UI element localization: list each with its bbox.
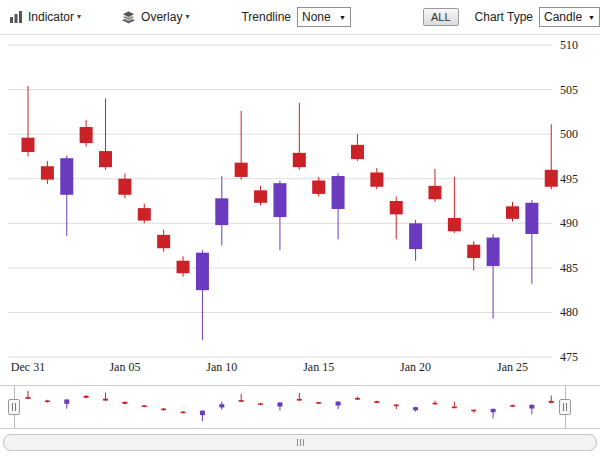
candle-body: [545, 170, 558, 187]
candle-body: [60, 158, 73, 195]
mini-candle-body: [471, 410, 476, 412]
mini-candle-body: [374, 401, 379, 403]
candle-body: [157, 235, 170, 248]
mini-candle-body: [336, 402, 341, 406]
mini-candle-body: [549, 401, 554, 403]
x-axis-label: Dec 31: [11, 360, 45, 374]
candle-body: [351, 145, 364, 159]
mini-candle-body: [64, 400, 69, 404]
x-axis-label: Jan 25: [497, 360, 528, 374]
mini-candle-body: [529, 405, 534, 409]
y-axis-label: 500: [560, 127, 578, 141]
x-axis-label: Jan 15: [303, 360, 334, 374]
candle-body: [428, 186, 441, 199]
overlay-menu[interactable]: Overlay ▾: [121, 10, 189, 24]
candle-body: [273, 183, 286, 217]
candle-body: [467, 245, 480, 258]
mini-candle-body: [394, 405, 399, 407]
trendline-selected-value: None: [302, 10, 331, 24]
y-axis-label: 485: [560, 261, 578, 275]
mini-candle-body: [181, 412, 186, 414]
candle-body: [506, 206, 519, 218]
mini-candle-body: [491, 409, 496, 412]
candle-body: [312, 180, 325, 193]
y-axis-label: 480: [560, 305, 578, 319]
chart-type-selected-value: Candle: [544, 10, 582, 24]
candle-body: [370, 172, 383, 186]
chart-toolbar: Indicator ▾ Overlay ▾ Trendline None ▼ A…: [0, 0, 600, 35]
candle-body: [177, 261, 190, 273]
select-arrow-icon: ▼: [339, 14, 346, 21]
mini-candle-body: [200, 411, 205, 415]
mini-candle-body: [277, 402, 282, 406]
select-arrow-icon: ▼: [588, 14, 595, 21]
navigator-mini-chart: [0, 386, 600, 426]
chevron-down-icon: ▾: [185, 13, 189, 21]
trendline-select[interactable]: None ▼: [297, 7, 351, 27]
candle-body: [22, 138, 35, 152]
mini-candle-body: [316, 402, 321, 404]
mini-candle-body: [452, 407, 457, 409]
indicator-menu[interactable]: Indicator ▾: [9, 10, 81, 24]
candle-body: [196, 253, 209, 290]
trendline-label: Trendline: [241, 10, 291, 24]
candle-body: [215, 198, 228, 225]
candle-body: [332, 176, 345, 209]
y-axis-label: 475: [560, 350, 578, 364]
chart-type-select[interactable]: Candle ▼: [539, 7, 600, 27]
candle-body: [254, 190, 267, 202]
x-axis-label: Jan 10: [206, 360, 237, 374]
candle-body: [80, 127, 93, 143]
scrollbar-grip-icon: [297, 439, 298, 446]
mini-candle-body: [432, 403, 437, 405]
navigator-left-handle[interactable]: [8, 399, 20, 415]
candle-body: [138, 208, 151, 220]
mini-candle-body: [161, 409, 166, 411]
mini-candle-body: [413, 407, 418, 410]
horizontal-scrollbar[interactable]: [3, 434, 597, 451]
mini-candle-body: [355, 398, 360, 400]
range-navigator: [0, 385, 600, 429]
mini-candle-body: [510, 405, 515, 407]
mini-candle-body: [258, 403, 263, 405]
y-axis-label: 510: [560, 38, 578, 52]
candle-body: [525, 203, 538, 234]
candle-body: [448, 218, 461, 231]
candle-body: [99, 151, 112, 167]
range-all-button[interactable]: ALL: [423, 8, 459, 26]
candlestick-chart: 475480485490495500505510Dec 31Jan 05Jan …: [0, 35, 600, 381]
mini-candle-body: [84, 396, 89, 398]
overlay-label: Overlay: [141, 10, 182, 24]
y-axis-label: 495: [560, 172, 578, 186]
layers-icon: [121, 11, 136, 24]
chart-type-label: Chart Type: [475, 10, 533, 24]
main-chart-area[interactable]: 475480485490495500505510Dec 31Jan 05Jan …: [0, 35, 600, 381]
candle-body: [118, 179, 131, 195]
mini-candle-body: [122, 402, 127, 404]
mini-candle-body: [45, 400, 50, 402]
mini-candle-body: [103, 399, 108, 401]
y-axis-label: 490: [560, 216, 578, 230]
charting-app: Indicator ▾ Overlay ▾ Trendline None ▼ A…: [0, 0, 600, 462]
bar-chart-icon: [9, 11, 23, 23]
candle-body: [390, 201, 403, 214]
candle-body: [409, 223, 422, 249]
mini-candle-body: [219, 404, 224, 407]
candle-body: [487, 238, 500, 267]
indicator-label: Indicator: [28, 10, 74, 24]
candle-body: [293, 153, 306, 167]
mini-candle-body: [142, 405, 147, 407]
x-axis-label: Jan 05: [109, 360, 140, 374]
mini-candle-body: [297, 399, 302, 401]
navigator-right-handle[interactable]: [559, 399, 571, 415]
y-axis-label: 505: [560, 83, 578, 97]
candle-body: [235, 163, 248, 177]
x-axis-label: Jan 20: [400, 360, 431, 374]
chevron-down-icon: ▾: [77, 13, 81, 21]
mini-candle-body: [26, 397, 31, 399]
candle-body: [41, 166, 54, 179]
mini-candle-body: [239, 400, 244, 402]
